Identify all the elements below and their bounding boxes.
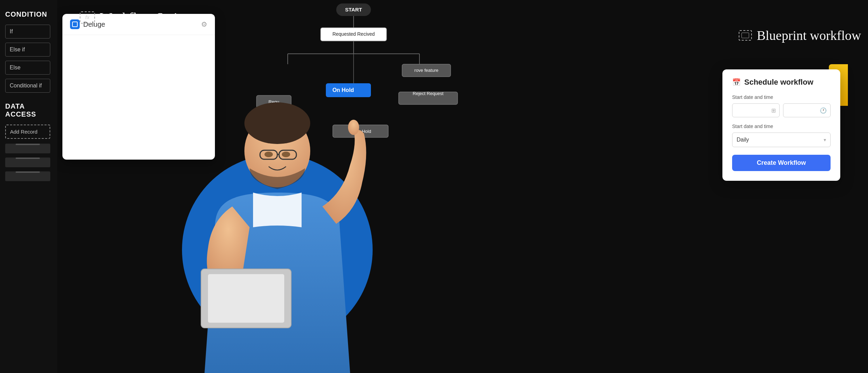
svg-text:Reject Request: Reject Request	[413, 91, 444, 96]
workflow-script-title: Workflow Script	[100, 10, 188, 25]
blueprint-inner-icon	[741, 33, 749, 38]
schedule-card: 📅 Schedule workflow Start date and time …	[722, 69, 840, 181]
data-access-label: DATA ACCESS	[5, 102, 52, 118]
svg-rect-14	[399, 92, 458, 104]
chevron-down-icon: ▾	[824, 137, 826, 143]
blueprint-icon	[739, 30, 752, 41]
condition-conditionalif-button[interactable]: Conditional if	[5, 79, 50, 93]
schedule-card-title: Schedule workflow	[744, 78, 813, 87]
daily-option-text: Daily	[737, 137, 749, 143]
workflow-script-title-area: fx Workflow Script	[80, 10, 188, 25]
grid-icon: ⊞	[771, 107, 776, 114]
clock-icon: 🕐	[820, 107, 827, 114]
svg-text:rove feature: rove feature	[414, 68, 438, 73]
date-input[interactable]: ⊞	[732, 103, 780, 117]
left-panel: CONDITION If Else if Else Conditional if…	[0, 0, 57, 373]
calendar-icon: 📅	[732, 78, 741, 86]
data-input-3	[5, 171, 50, 181]
deluge-icon	[70, 19, 80, 29]
daily-select-row: Daily ▾	[732, 133, 831, 147]
condition-label: CONDITION	[5, 10, 52, 18]
svg-point-23	[264, 152, 273, 157]
time-input[interactable]: 🕐	[783, 103, 831, 117]
condition-elseif-button[interactable]: Else if	[5, 43, 50, 57]
deluge-icon-inner	[72, 22, 78, 27]
create-workflow-button[interactable]: Create Workflow	[732, 155, 831, 171]
condition-else-button[interactable]: Else	[5, 61, 50, 75]
blueprint-section: Blueprint workflow	[739, 28, 861, 43]
date-input-row: ⊞ 🕐	[732, 103, 831, 117]
svg-point-24	[282, 152, 290, 157]
add-record-button[interactable]: Add Record	[5, 125, 50, 139]
person-container	[156, 0, 399, 373]
fx-icon: fx	[80, 11, 95, 24]
person-svg	[180, 75, 374, 373]
repeat-label: Start date and time	[732, 124, 831, 129]
svg-point-22	[244, 102, 310, 144]
schedule-card-header: 📅 Schedule workflow	[732, 78, 831, 87]
svg-point-28	[348, 120, 359, 135]
start-date-label: Start date and time	[732, 94, 831, 100]
person-silhouette	[177, 61, 378, 373]
svg-rect-30	[208, 274, 284, 323]
daily-select[interactable]: Daily ▾	[732, 133, 831, 147]
data-input-2	[5, 158, 50, 167]
svg-rect-10	[402, 64, 451, 77]
blueprint-title: Blueprint workflow	[757, 28, 861, 43]
data-input-1	[5, 144, 50, 153]
condition-if-button[interactable]: If	[5, 25, 50, 39]
